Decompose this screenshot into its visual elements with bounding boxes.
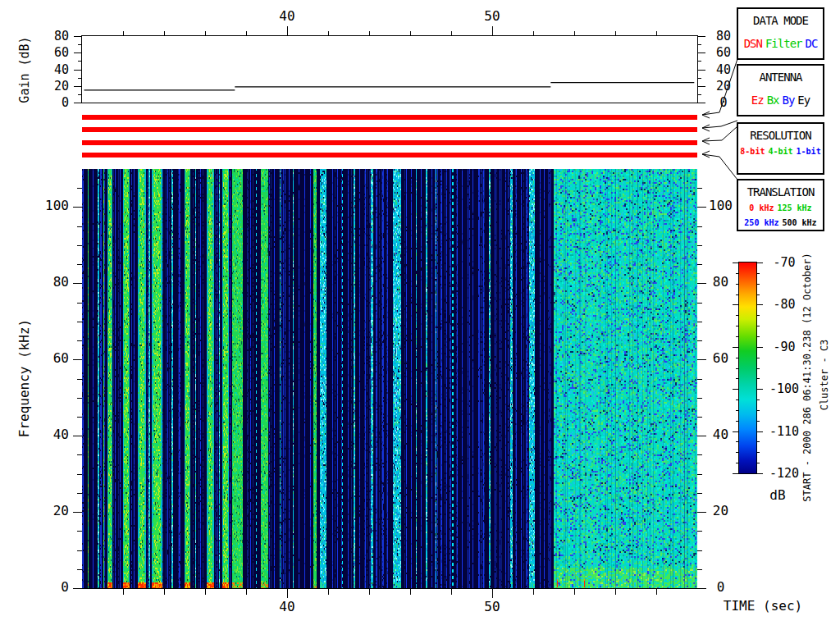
legend-item: Filter — [765, 37, 802, 50]
gain-line — [82, 36, 697, 103]
time-xtick-minor-top — [246, 31, 247, 36]
legend-item: Ey — [797, 94, 810, 107]
legend-box-translation: TRANSLATION0 kHz125 kHz250 kHz500 kHz — [737, 179, 824, 231]
freq-ytick-minor — [697, 226, 702, 227]
time-xtick-label-bottom: 40 — [271, 600, 304, 614]
colorbar-unit-label: dB — [763, 489, 792, 502]
gain-ytick-label-right: 60 — [707, 46, 740, 59]
freq-ytick-minor — [697, 245, 702, 246]
time-xtick-major-top — [492, 26, 493, 36]
freq-ytick-minor — [77, 531, 82, 532]
legend-item: Ez — [751, 94, 764, 107]
legend-box-line: 0 kHz125 kHz — [747, 204, 813, 212]
freq-ytick-minor — [77, 417, 82, 418]
legend-box-antenna: ANTENNAEzBxByEy — [737, 64, 824, 116]
time-xtick-minor-bottom — [164, 588, 165, 595]
freq-ytick-label-left: 20 — [28, 504, 69, 518]
time-xtick-minor-bottom — [123, 588, 124, 595]
gain-ytick-minor — [697, 78, 701, 79]
freq-ytick-major — [73, 207, 82, 208]
time-xtick-minor-bottom — [246, 588, 247, 595]
time-xtick-minor-bottom — [656, 588, 657, 595]
freq-ytick-minor — [697, 454, 702, 455]
time-xtick-major-bottom — [492, 588, 493, 598]
freq-ytick-minor — [77, 226, 82, 227]
gain-ytick-major — [74, 70, 82, 71]
gain-ytick-label-left: 80 — [36, 30, 69, 43]
freq-ytick-label-right: 60 — [707, 352, 734, 365]
start-time-annotation: START - 2000 286 06:41:30.238 (12 Octobe… — [801, 252, 814, 503]
time-xtick-minor-bottom — [369, 588, 370, 595]
legend-item: 250 kHz — [744, 218, 778, 227]
time-xtick-minor-bottom — [205, 588, 206, 595]
colorbar-tick-label: -80 — [765, 298, 804, 311]
freq-ytick-minor — [697, 569, 702, 570]
gain-ytick-label-right: 40 — [707, 63, 740, 76]
freq-ytick-major — [73, 283, 82, 284]
colorbar-tick-major — [756, 304, 763, 305]
colorbar-tick-label: -120 — [765, 467, 804, 480]
time-xtick-minor-top — [369, 31, 370, 36]
time-xtick-minor-bottom — [451, 588, 452, 595]
colorbar-tick-label: -70 — [765, 256, 804, 269]
spacecraft-annotation: Cluster - C3 — [818, 336, 831, 414]
time-axis-title: TIME (sec) — [720, 600, 806, 613]
spectrogram-canvas — [82, 169, 697, 588]
freq-ytick-minor — [697, 322, 702, 322]
gain-ytick-label-left: 40 — [36, 63, 69, 76]
freq-ytick-minor — [77, 340, 82, 341]
time-xtick-minor-top — [574, 31, 575, 36]
gain-ytick-minor — [697, 61, 701, 62]
freq-ytick-major — [697, 283, 706, 284]
freq-ytick-minor — [697, 417, 702, 418]
freq-ytick-label-right: 20 — [707, 504, 734, 518]
time-xtick-minor-top — [656, 31, 657, 36]
gain-ytick-label-left: 60 — [36, 46, 69, 59]
colorbar-tick-label: -100 — [765, 382, 804, 395]
colorbar-tick-major — [756, 473, 763, 474]
time-xtick-minor-bottom — [615, 588, 616, 595]
gain-ytick-major — [697, 70, 705, 71]
freq-ytick-minor — [77, 550, 82, 551]
freq-ytick-label-left: 40 — [28, 428, 69, 441]
gain-ytick-major — [697, 36, 705, 37]
time-xtick-label-bottom: 50 — [476, 600, 509, 614]
gain-axis-title: Gain (dB) — [18, 30, 31, 109]
colorbar-tick-label: -90 — [765, 340, 804, 354]
freq-ytick-minor — [697, 474, 702, 475]
data-mode-bar — [82, 115, 697, 120]
antenna-bar — [82, 127, 697, 132]
freq-ytick-major — [697, 436, 706, 436]
time-xtick-minor-bottom — [533, 588, 534, 595]
legend-box-title: ANTENNA — [759, 71, 801, 83]
colorbar-tick-major — [756, 389, 763, 390]
time-xtick-minor-bottom — [410, 588, 411, 595]
freq-ytick-minor — [697, 379, 702, 380]
freq-ytick-minor — [697, 550, 702, 551]
freq-ytick-minor — [77, 454, 82, 455]
legend-item: DSN — [744, 37, 762, 50]
colorbar-tick-label: -110 — [765, 425, 804, 438]
legend-box-resolution: RESOLUTION8-bit4-bit1-bit — [737, 122, 824, 175]
freq-ytick-label-left: 0 — [28, 581, 69, 594]
time-xtick-major-top — [287, 26, 288, 36]
gain-ytick-major — [697, 103, 705, 103]
time-xtick-minor-top — [533, 31, 534, 36]
legend-item: 4-bit — [768, 147, 792, 156]
colorbar-tick-major — [756, 262, 763, 263]
gain-ytick-label-right: 0 — [707, 96, 740, 109]
freq-ytick-minor — [697, 340, 702, 341]
freq-ytick-minor — [77, 398, 82, 399]
gain-ytick-major — [74, 86, 82, 87]
freq-ytick-major — [73, 359, 82, 360]
freq-ytick-major — [697, 207, 706, 208]
legend-box-line: 250 kHz500 kHz — [742, 219, 818, 227]
legend-box-line: EzBxByEy — [750, 94, 811, 106]
freq-ytick-minor — [697, 493, 702, 494]
freq-ytick-label-left: 80 — [28, 276, 69, 289]
freq-ytick-major — [73, 588, 82, 589]
legend-box-title: RESOLUTION — [750, 130, 810, 141]
time-xtick-minor-top — [451, 31, 452, 36]
freq-ytick-minor — [77, 188, 82, 189]
freq-ytick-major — [73, 436, 82, 436]
